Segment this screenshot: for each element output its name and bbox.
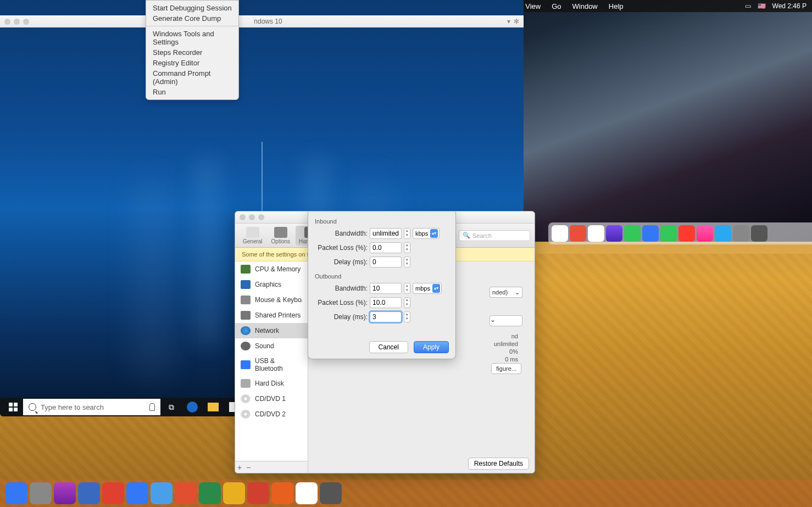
menu-start-debugging[interactable]: Start Debugging Session [146,3,238,13]
sidebar-item-network[interactable]: Network [235,323,308,338]
dock-parallels-icon[interactable] [102,482,124,504]
windows-logo-icon [9,403,18,411]
menu-help[interactable]: Help [609,2,624,10]
tab-general[interactable]: General [240,226,266,246]
windows-start-button[interactable] [2,399,24,415]
menu-view[interactable]: View [525,2,541,10]
stepper[interactable]: ▴▾ [404,297,410,308]
remove-button[interactable]: − [246,463,251,472]
inbound-loss-text: 0% [509,348,518,355]
bottom-dock [0,480,812,507]
task-view-button[interactable]: ⧉ [162,399,181,415]
menu-window[interactable]: Window [572,2,598,10]
menu-run[interactable]: Run [146,87,238,97]
dock-icon-photos[interactable] [588,225,604,242]
inbound-bw-text: unlimited [494,341,518,347]
traffic-close-icon[interactable] [240,214,246,220]
sidebar-item-cd2[interactable]: CD/DVD 2 [235,406,308,422]
printer-icon [241,311,251,320]
dock-icon-safari[interactable] [642,225,659,242]
dock-finder-icon[interactable] [5,482,27,504]
traffic-zoom-icon[interactable] [258,214,264,220]
menubar-clock[interactable]: Wed 2:46 P [772,2,807,10]
dock-icon[interactable] [78,482,100,504]
dock-icon-podcasts[interactable] [606,225,622,242]
dock-icon[interactable] [199,482,221,504]
cpu-icon [241,265,251,274]
taskbar-explorer-icon[interactable] [203,399,223,415]
inbound-section-label: Inbound [315,218,449,225]
inbound-bandwidth-unit[interactable]: kbps▴▾ [413,228,440,239]
menu-command-prompt[interactable]: Command Prompt (Admin) [146,68,238,87]
dock-icon[interactable] [296,482,318,504]
svg-rect-1 [14,403,18,406]
sidebar-item-cpu[interactable]: CPU & Memory [235,261,308,277]
outbound-delay-input[interactable] [370,311,402,322]
sidebar-item-mouse[interactable]: Mouse & Keyboard [235,292,308,308]
adapter-dropdown[interactable]: ⌄ [490,315,522,326]
svg-rect-0 [9,403,13,406]
gear-icon[interactable]: ✻ [514,18,519,25]
battery-icon[interactable]: ▭ [745,2,751,10]
toolbar-search-field[interactable]: 🔍 Search [459,230,530,241]
sidebar-item-graphics[interactable]: Graphics [235,277,308,292]
stepper[interactable]: ▴▾ [404,257,410,268]
dock-icon[interactable] [247,482,269,504]
dock-icon-music[interactable] [697,225,713,242]
dock-icon[interactable] [54,482,76,504]
dock-icon-news[interactable] [678,225,695,242]
traffic-minimize-icon[interactable] [14,19,20,25]
taskbar-edge-icon[interactable] [182,399,202,415]
stepper[interactable]: ▴▾ [404,283,410,294]
traffic-zoom-icon[interactable] [23,19,29,25]
tab-options[interactable]: Options [268,226,293,246]
outbound-loss-label: Packet Loss (%): [315,299,368,307]
sidebar-item-disk[interactable]: Hard Disk [235,376,308,391]
dock-icon[interactable] [223,482,245,504]
dock-icon[interactable] [175,482,197,504]
dock-icon[interactable] [126,482,148,504]
inbound-delay-input[interactable] [370,257,402,268]
inbound-loss-input[interactable] [370,242,402,253]
stepper[interactable]: ▴▾ [404,311,410,322]
sidebar-item-usb[interactable]: USB & Bluetooth [235,354,308,376]
sidebar-item-cd1[interactable]: CD/DVD 1 [235,391,308,406]
dock-icon-appstore[interactable] [715,225,731,242]
outbound-bandwidth-input[interactable] [370,283,402,294]
outbound-bandwidth-unit[interactable]: mbps▴▾ [413,283,442,294]
menu-registry-editor[interactable]: Registry Editor [146,58,238,68]
dock-icon-generic2[interactable] [751,225,767,242]
dock-icon[interactable] [30,482,52,504]
menu-generate-core-dump[interactable]: Generate Core Dump [146,13,238,24]
dock-icon-settings[interactable] [733,225,749,242]
network-mode-dropdown[interactable]: nded)⌄ [490,287,522,298]
dock-icon-facetime[interactable] [624,225,641,242]
flag-icon[interactable]: 🇺🇸 [758,2,766,10]
traffic-minimize-icon[interactable] [249,214,255,220]
add-button[interactable]: + [237,463,242,472]
stepper[interactable]: ▴▾ [404,228,410,239]
microphone-icon[interactable] [149,403,155,411]
chevron-down-icon[interactable]: ▾ [507,18,510,25]
sidebar-item-sound[interactable]: Sound [235,338,308,354]
windows-search-box[interactable]: Type here to search [23,399,160,415]
dock-icon[interactable] [320,482,342,504]
inbound-bandwidth-input[interactable] [370,228,402,239]
configure-button[interactable]: figure... [491,363,521,374]
menu-go[interactable]: Go [552,2,561,10]
menu-windows-tools[interactable]: Windows Tools and Settings [146,29,238,47]
dock-icon-generic[interactable] [570,225,586,242]
apply-button[interactable]: Apply [414,341,449,353]
svg-rect-3 [14,408,18,411]
restore-defaults-button[interactable]: Restore Defaults [468,458,529,470]
outbound-loss-input[interactable] [370,297,402,308]
sidebar-item-printers[interactable]: Shared Printers [235,308,308,323]
dock-icon[interactable] [271,482,293,504]
stepper[interactable]: ▴▾ [404,242,410,253]
dock-icon-messages[interactable] [660,225,677,242]
traffic-close-icon[interactable] [4,19,10,25]
dock-icon-calendar[interactable] [552,225,568,242]
menu-steps-recorder[interactable]: Steps Recorder [146,47,238,58]
dock-icon[interactable] [151,482,173,504]
cancel-button[interactable]: Cancel [369,341,408,353]
